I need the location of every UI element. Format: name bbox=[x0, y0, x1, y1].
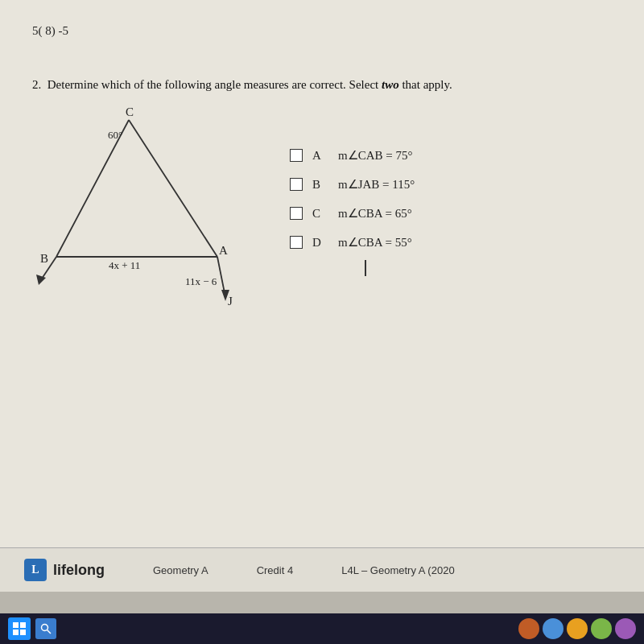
logo-icon: L bbox=[24, 559, 47, 581]
checkbox-d[interactable] bbox=[290, 236, 303, 249]
logo-letter: L bbox=[31, 564, 39, 576]
answers-section: A m∠CAB = 75° B m∠JAB = 115° C m∠CBA = 6… bbox=[290, 108, 415, 272]
triangle-container: C B A J 60° 4x + 11 11x − 6 bbox=[32, 108, 258, 317]
top-expression: 5( 8) -5 bbox=[32, 24, 612, 38]
svg-line-19 bbox=[47, 630, 52, 634]
taskbar-user-circle-3[interactable] bbox=[567, 618, 588, 639]
taskbar-search-icon[interactable] bbox=[35, 618, 56, 639]
svg-text:B: B bbox=[40, 252, 48, 265]
answer-row-d: D m∠CBA = 55° bbox=[290, 235, 415, 250]
question-text-start: Determine which of the following angle m… bbox=[47, 78, 382, 91]
svg-line-1 bbox=[129, 120, 217, 257]
svg-marker-13 bbox=[36, 275, 46, 285]
svg-text:J: J bbox=[228, 295, 233, 308]
footer-nav-credit: Credit 4 bbox=[257, 564, 294, 576]
question-emphasis: two bbox=[382, 78, 399, 91]
logo-name: lifelong bbox=[53, 562, 105, 579]
question-text: 2. Determine which of the following angl… bbox=[32, 78, 612, 92]
question-number: 2. bbox=[32, 78, 41, 91]
taskbar bbox=[0, 613, 644, 644]
answer-row-b: B m∠JAB = 115° bbox=[290, 177, 415, 192]
answer-letter-d: D bbox=[312, 236, 328, 250]
svg-rect-16 bbox=[13, 630, 19, 635]
svg-rect-14 bbox=[13, 622, 19, 628]
answer-formula-c: m∠CBA = 65° bbox=[338, 206, 412, 221]
answer-letter-c: C bbox=[312, 207, 328, 221]
answer-row-c: C m∠CBA = 65° bbox=[290, 206, 415, 221]
logo-area: L lifelong bbox=[24, 559, 105, 581]
answer-formula-b: m∠JAB = 115° bbox=[338, 177, 415, 192]
svg-text:C: C bbox=[126, 108, 134, 118]
taskbar-user-circle-4[interactable] bbox=[591, 618, 612, 639]
taskbar-user-circle-5[interactable] bbox=[615, 618, 636, 639]
svg-rect-15 bbox=[20, 622, 26, 628]
checkbox-b[interactable] bbox=[290, 178, 303, 191]
taskbar-user-circle-1[interactable] bbox=[518, 618, 539, 639]
question-section: 2. Determine which of the following angl… bbox=[32, 78, 612, 317]
svg-text:11x − 6: 11x − 6 bbox=[185, 275, 217, 287]
footer-nav-course: L4L – Geometry A (2020 bbox=[341, 564, 454, 576]
footer-inner: L lifelong Geometry A Credit 4 L4L – Geo… bbox=[0, 547, 644, 592]
answer-formula-a: m∠CAB = 75° bbox=[338, 148, 412, 163]
checkbox-a[interactable] bbox=[290, 149, 303, 162]
svg-text:A: A bbox=[219, 244, 228, 257]
answer-row-a: A m∠CAB = 75° bbox=[290, 148, 415, 163]
main-content: 5( 8) -5 2. Determine which of the follo… bbox=[0, 0, 644, 547]
answer-letter-b: B bbox=[312, 178, 328, 192]
taskbar-user-circle-2[interactable] bbox=[543, 618, 564, 639]
checkbox-c[interactable] bbox=[290, 207, 303, 220]
svg-text:60°: 60° bbox=[108, 129, 122, 141]
footer-nav-geometry: Geometry A bbox=[153, 564, 208, 576]
svg-point-18 bbox=[42, 625, 48, 631]
question-body: C B A J 60° 4x + 11 11x − 6 bbox=[32, 108, 612, 317]
answer-formula-d: m∠CBA = 55° bbox=[338, 235, 412, 250]
text-cursor bbox=[365, 260, 366, 276]
svg-rect-17 bbox=[20, 630, 26, 635]
triangle-diagram: C B A J 60° 4x + 11 11x − 6 bbox=[32, 108, 258, 317]
svg-text:4x + 11: 4x + 11 bbox=[109, 259, 140, 271]
answer-letter-a: A bbox=[312, 149, 328, 163]
taskbar-start-icon[interactable] bbox=[8, 617, 31, 640]
question-text-end: that apply. bbox=[399, 78, 452, 91]
